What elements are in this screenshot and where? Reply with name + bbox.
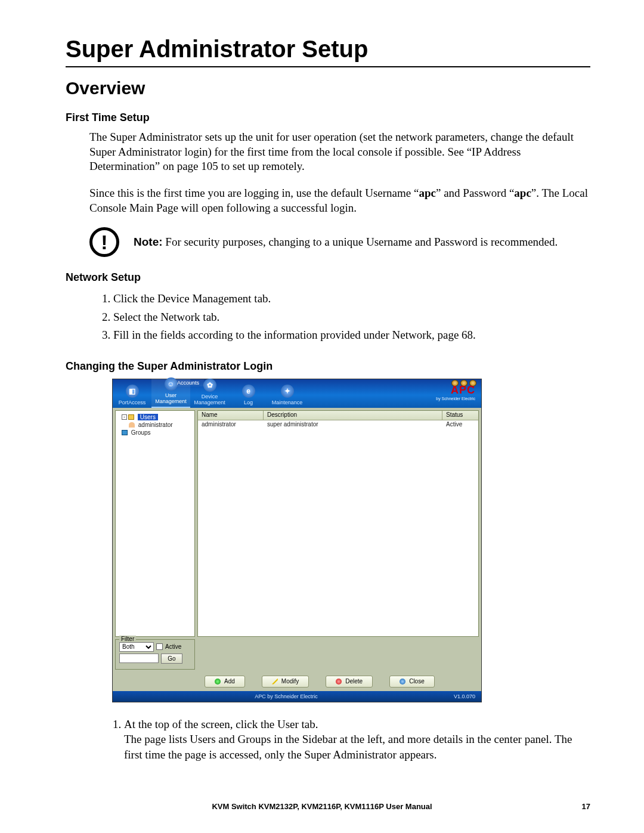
- first-time-setup-p2: Since this is the first time you are log…: [89, 186, 590, 215]
- note-body: For security purposes, changing to a uni…: [163, 236, 558, 248]
- table-row[interactable]: administrator super administrator Active: [198, 420, 478, 428]
- tab-label: Maintenance: [268, 400, 306, 405]
- column-headers: Name Description Status: [198, 411, 478, 420]
- status-bar: APC by Schneider Electric V1.0.070: [113, 691, 481, 702]
- network-step-3: Fill in the fields according to the info…: [113, 326, 590, 344]
- main-panel: Name Description Status administrator su…: [197, 410, 479, 637]
- tab-label: Device Management: [190, 394, 229, 405]
- sidebar-tree[interactable]: - Users administrator Groups: [115, 410, 195, 637]
- tree-groups-node[interactable]: Groups: [117, 429, 193, 436]
- go-button[interactable]: Go: [161, 654, 182, 664]
- tab-maintenance[interactable]: ✦ Maintenance: [268, 385, 306, 408]
- network-step-2: Select the Network tab.: [113, 308, 590, 326]
- filter-active-checkbox[interactable]: [156, 643, 163, 650]
- col-description[interactable]: Description: [264, 411, 442, 420]
- top-tab-bar: Accounts ◧ PortAccess ☺ User Management …: [113, 379, 481, 408]
- delete-button[interactable]: Delete: [326, 676, 373, 688]
- modify-icon: [272, 679, 278, 685]
- note-block: ! Note: For security purposes, changing …: [89, 227, 590, 257]
- maintenance-icon: ✦: [281, 385, 294, 398]
- footer-page-number: 17: [582, 802, 590, 811]
- log-icon: e: [242, 385, 255, 398]
- add-button[interactable]: Add: [205, 676, 245, 688]
- changing-login-step1: At the top of the screen, click the User…: [124, 718, 318, 730]
- footer-title: KVM Switch KVM2132P, KVM2116P, KVM1116P …: [0, 802, 644, 811]
- tree-users-label: Users: [138, 414, 158, 420]
- first-time-setup-heading: First Time Setup: [66, 112, 590, 124]
- work-area: - Users administrator Groups Name Descri…: [113, 408, 481, 639]
- filter-title: Filter: [119, 636, 136, 642]
- groups-icon: [122, 430, 128, 435]
- logo-text: APC: [436, 384, 475, 397]
- tree-users-node[interactable]: - Users: [117, 413, 193, 421]
- tree-groups-label: Groups: [131, 429, 151, 436]
- p2-part-b: ” and Password “: [436, 187, 514, 199]
- add-icon: [215, 679, 221, 685]
- page-title: Super Administrator Setup: [66, 36, 590, 63]
- delete-label: Delete: [345, 678, 363, 685]
- tree-admin-label: administrator: [138, 422, 173, 428]
- note-text: Note: For security purposes, changing to…: [134, 235, 558, 250]
- close-label: Close: [409, 678, 425, 685]
- embedded-screenshot: Accounts ◧ PortAccess ☺ User Management …: [112, 379, 482, 702]
- changing-login-step1-detail: The page lists Users and Groups in the S…: [124, 733, 572, 761]
- tab-label: PortAccess: [113, 400, 151, 405]
- network-setup-steps: Click the Device Management tab. Select …: [113, 290, 590, 344]
- overview-heading: Overview: [66, 78, 590, 98]
- close-icon: [400, 679, 405, 685]
- filter-active-label: Active: [165, 643, 181, 650]
- filter-panel: Filter Both Active Go: [115, 639, 195, 670]
- cell-description: super administrator: [264, 420, 442, 428]
- status-center: APC by Schneider Electric: [255, 693, 318, 699]
- action-bar: Add Modify Delete Close: [113, 672, 481, 691]
- users-folder-icon: [128, 414, 134, 420]
- port-access-icon: ◧: [126, 385, 139, 398]
- collapse-icon[interactable]: -: [122, 414, 127, 420]
- logo-subtext: by Schneider Electric: [436, 397, 475, 401]
- filter-select[interactable]: Both: [119, 642, 154, 652]
- tab-log[interactable]: e Log: [229, 385, 268, 408]
- filter-text-input[interactable]: [119, 654, 159, 663]
- network-step-1: Click the Device Management tab.: [113, 290, 590, 308]
- changing-login-steps: At the top of the screen, click the User…: [113, 717, 590, 763]
- default-username: apc: [419, 187, 436, 199]
- tab-label: User Management: [151, 392, 190, 404]
- tree-admin-node[interactable]: administrator: [117, 421, 193, 429]
- first-time-setup-p1: The Super Administrator sets up the unit…: [89, 130, 590, 174]
- network-setup-heading: Network Setup: [66, 271, 590, 284]
- title-rule: [66, 66, 590, 67]
- tab-port-access[interactable]: ◧ PortAccess: [113, 385, 151, 408]
- modify-button[interactable]: Modify: [262, 676, 309, 688]
- cell-status: Active: [442, 420, 478, 428]
- delete-icon: [336, 679, 342, 685]
- status-version: V1.0.070: [454, 693, 475, 699]
- changing-login-heading: Changing the Super Administrator Login: [66, 360, 590, 373]
- col-status[interactable]: Status: [442, 411, 478, 420]
- device-management-icon: ✿: [203, 379, 216, 392]
- cell-name: administrator: [198, 420, 264, 428]
- modify-label: Modify: [281, 678, 299, 685]
- brand-logo: APC by Schneider Electric: [436, 384, 475, 401]
- add-label: Add: [224, 678, 235, 685]
- note-label: Note:: [134, 236, 163, 248]
- p2-part-a: Since this is the first time you are log…: [89, 187, 419, 199]
- user-icon: [129, 422, 135, 428]
- close-button[interactable]: Close: [389, 676, 435, 688]
- col-name[interactable]: Name: [198, 411, 264, 420]
- default-password: apc: [514, 187, 531, 199]
- warning-icon: !: [89, 227, 119, 257]
- tab-label: Log: [229, 400, 268, 405]
- tab-group-label: Accounts: [172, 379, 204, 386]
